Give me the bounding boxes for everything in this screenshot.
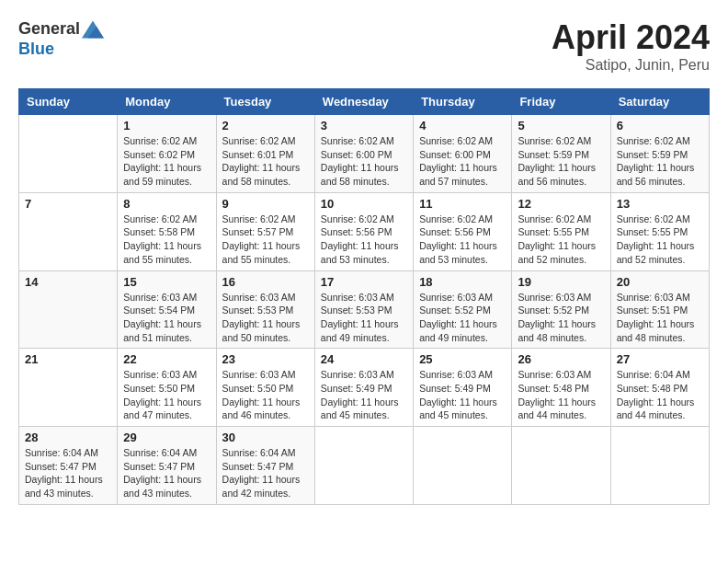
day-number: 9 [222,197,309,211]
calendar-header-monday: Monday [118,89,216,115]
day-info: Sunrise: 6:03 AM Sunset: 5:50 PM Dayligh… [222,368,309,422]
header: General Blue April 2024 Satipo, Junin, P… [18,18,710,74]
day-number: 13 [617,197,703,211]
day-number: 2 [222,119,309,132]
day-info: Sunrise: 6:03 AM Sunset: 5:51 PM Dayligh… [617,291,703,345]
day-info: Sunrise: 6:04 AM Sunset: 5:47 PM Dayligh… [25,446,111,500]
calendar-cell: 8Sunrise: 6:02 AM Sunset: 5:58 PM Daylig… [118,192,216,270]
day-number: 4 [419,119,506,132]
calendar-cell: 7 [19,192,118,270]
day-info: Sunrise: 6:02 AM Sunset: 6:01 PM Dayligh… [222,134,309,189]
day-info: Sunrise: 6:03 AM Sunset: 5:53 PM Dayligh… [222,291,309,345]
calendar-cell: 1Sunrise: 6:02 AM Sunset: 6:02 PM Daylig… [118,115,216,193]
calendar-header-saturday: Saturday [610,89,709,115]
day-number: 23 [222,352,309,366]
calendar-cell: 4Sunrise: 6:02 AM Sunset: 6:00 PM Daylig… [414,115,512,193]
day-number: 3 [321,119,407,132]
calendar-cell: 29Sunrise: 6:04 AM Sunset: 5:47 PM Dayli… [118,427,216,505]
calendar-cell: 14 [19,270,118,349]
calendar-cell: 30Sunrise: 6:04 AM Sunset: 5:47 PM Dayli… [216,427,314,505]
logo: General Blue [18,18,104,59]
day-info: Sunrise: 6:02 AM Sunset: 5:55 PM Dayligh… [518,213,604,267]
calendar-cell: 6Sunrise: 6:02 AM Sunset: 5:59 PM Daylig… [610,115,709,193]
day-info: Sunrise: 6:04 AM Sunset: 5:47 PM Dayligh… [123,446,210,500]
day-number: 27 [617,352,703,366]
location-title: Satipo, Junin, Peru [552,57,710,74]
calendar-cell: 2Sunrise: 6:02 AM Sunset: 6:01 PM Daylig… [216,115,314,193]
calendar-cell: 11Sunrise: 6:02 AM Sunset: 5:56 PM Dayli… [414,192,512,270]
calendar-week-row: 78Sunrise: 6:02 AM Sunset: 5:58 PM Dayli… [19,192,710,270]
day-number: 26 [518,352,604,366]
calendar-week-row: 2122Sunrise: 6:03 AM Sunset: 5:50 PM Day… [19,349,710,427]
day-info: Sunrise: 6:02 AM Sunset: 5:58 PM Dayligh… [123,213,210,267]
calendar-cell: 9Sunrise: 6:02 AM Sunset: 5:57 PM Daylig… [216,192,314,270]
day-number: 5 [518,119,604,132]
logo-icon [82,18,104,40]
day-info: Sunrise: 6:03 AM Sunset: 5:50 PM Dayligh… [123,368,210,422]
calendar-cell: 16Sunrise: 6:03 AM Sunset: 5:53 PM Dayli… [216,270,314,349]
calendar-header-tuesday: Tuesday [216,89,314,115]
day-number: 29 [123,431,210,444]
day-number: 24 [321,352,407,366]
calendar-header-row: SundayMondayTuesdayWednesdayThursdayFrid… [19,89,710,115]
calendar-cell: 24Sunrise: 6:03 AM Sunset: 5:49 PM Dayli… [314,349,413,427]
day-number: 21 [25,352,111,366]
calendar-cell [610,427,709,505]
calendar-cell: 3Sunrise: 6:02 AM Sunset: 6:00 PM Daylig… [314,115,413,193]
day-number: 14 [25,275,111,289]
calendar-cell: 15Sunrise: 6:03 AM Sunset: 5:54 PM Dayli… [118,270,216,349]
day-number: 15 [123,275,210,289]
day-info: Sunrise: 6:03 AM Sunset: 5:49 PM Dayligh… [419,368,506,422]
day-number: 30 [222,431,309,444]
calendar-table: SundayMondayTuesdayWednesdayThursdayFrid… [18,88,710,505]
calendar-cell: 28Sunrise: 6:04 AM Sunset: 5:47 PM Dayli… [19,427,118,505]
calendar-cell: 5Sunrise: 6:02 AM Sunset: 5:59 PM Daylig… [512,115,610,193]
logo-general: General [18,20,80,39]
calendar-cell: 27Sunrise: 6:04 AM Sunset: 5:48 PM Dayli… [610,349,709,427]
calendar-cell [414,427,512,505]
calendar-header-sunday: Sunday [19,89,118,115]
day-number: 20 [617,275,703,289]
calendar-cell: 23Sunrise: 6:03 AM Sunset: 5:50 PM Dayli… [216,349,314,427]
day-number: 25 [419,352,506,366]
calendar-cell: 19Sunrise: 6:03 AM Sunset: 5:52 PM Dayli… [512,270,610,349]
day-info: Sunrise: 6:03 AM Sunset: 5:49 PM Dayligh… [321,368,407,422]
day-info: Sunrise: 6:02 AM Sunset: 5:57 PM Dayligh… [222,213,309,267]
calendar-cell: 26Sunrise: 6:03 AM Sunset: 5:48 PM Dayli… [512,349,610,427]
title-area: April 2024 Satipo, Junin, Peru [552,18,710,74]
day-number: 10 [321,197,407,211]
calendar-header-friday: Friday [512,89,610,115]
calendar-header-thursday: Thursday [414,89,512,115]
day-info: Sunrise: 6:02 AM Sunset: 5:59 PM Dayligh… [617,134,703,189]
day-info: Sunrise: 6:02 AM Sunset: 6:00 PM Dayligh… [419,134,506,189]
calendar-cell: 18Sunrise: 6:03 AM Sunset: 5:52 PM Dayli… [414,270,512,349]
day-number: 19 [518,275,604,289]
day-number: 17 [321,275,407,289]
calendar-cell [314,427,413,505]
calendar-cell: 12Sunrise: 6:02 AM Sunset: 5:55 PM Dayli… [512,192,610,270]
day-number: 22 [123,352,210,366]
logo-text: General Blue [18,18,104,59]
calendar-cell: 21 [19,349,118,427]
calendar-cell [19,115,118,193]
day-info: Sunrise: 6:02 AM Sunset: 6:02 PM Dayligh… [123,134,210,189]
day-info: Sunrise: 6:04 AM Sunset: 5:47 PM Dayligh… [222,446,309,500]
day-info: Sunrise: 6:03 AM Sunset: 5:53 PM Dayligh… [321,291,407,345]
day-info: Sunrise: 6:02 AM Sunset: 5:55 PM Dayligh… [617,213,703,267]
calendar-cell: 10Sunrise: 6:02 AM Sunset: 5:56 PM Dayli… [314,192,413,270]
calendar-week-row: 28Sunrise: 6:04 AM Sunset: 5:47 PM Dayli… [19,427,710,505]
calendar-week-row: 1Sunrise: 6:02 AM Sunset: 6:02 PM Daylig… [19,115,710,193]
day-number: 12 [518,197,604,211]
calendar-cell: 25Sunrise: 6:03 AM Sunset: 5:49 PM Dayli… [414,349,512,427]
calendar-cell: 22Sunrise: 6:03 AM Sunset: 5:50 PM Dayli… [118,349,216,427]
calendar-header-wednesday: Wednesday [314,89,413,115]
day-info: Sunrise: 6:03 AM Sunset: 5:48 PM Dayligh… [518,368,604,422]
day-info: Sunrise: 6:02 AM Sunset: 5:59 PM Dayligh… [518,134,604,189]
day-number: 28 [25,431,111,444]
day-info: Sunrise: 6:04 AM Sunset: 5:48 PM Dayligh… [617,368,703,422]
day-number: 1 [123,119,210,132]
day-info: Sunrise: 6:02 AM Sunset: 5:56 PM Dayligh… [419,213,506,267]
day-number: 11 [419,197,506,211]
calendar-cell [512,427,610,505]
day-info: Sunrise: 6:02 AM Sunset: 6:00 PM Dayligh… [321,134,407,189]
